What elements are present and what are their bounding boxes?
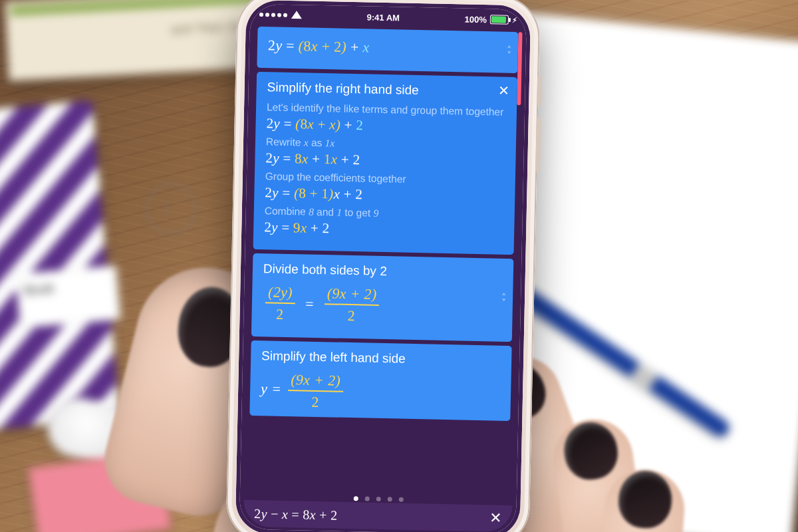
battery-percent: 100% — [465, 14, 487, 25]
status-time: 9:41 AM — [366, 12, 400, 23]
substep-equation: 2y = (8x + x) + 2 — [266, 114, 505, 137]
problem-bar[interactable]: 2y − x = 8x + 2 ✕ — [243, 500, 513, 532]
pager-dot[interactable] — [387, 497, 392, 501]
step-card-divide[interactable]: Divide both sides by 2 (2y) 2 = (9x + 2)… — [251, 253, 514, 341]
equation-simplify-lhs: y = (9x + 2) 2 — [261, 370, 501, 416]
power-ring-mark — [145, 184, 197, 235]
problem-equation: 2y − x = 8x + 2 — [254, 505, 338, 524]
expand-chevron-icon[interactable]: ˄˅ — [507, 47, 511, 58]
step-card-simplify-lhs[interactable]: Simplify the left hand side y = (9x + 2)… — [249, 340, 511, 420]
substep-equation: 2y = 9x + 2 — [264, 218, 503, 241]
battery-icon — [490, 15, 509, 25]
substep-equation: 2y = (8 + 1)x + 2 — [265, 184, 504, 206]
pager-dot[interactable] — [364, 496, 369, 501]
equation-divide: (2y) 2 = (9x + 2) 2 — [262, 283, 502, 329]
charging-bolt-icon: ⚡︎ — [512, 15, 517, 24]
notebook-label: Book — [23, 281, 55, 299]
step-card-simplify-rhs: Simplify the right hand side ✕ Let's ide… — [253, 71, 518, 254]
collapse-step-button[interactable]: ✕ — [497, 83, 509, 96]
pager-dot[interactable] — [398, 497, 403, 502]
solution-steps-scroll[interactable]: 2y = (8x + 2) + x ˄˅ Simplify the right … — [248, 27, 518, 493]
pager-dot[interactable] — [353, 496, 358, 501]
step-title: Simplify the right hand side — [267, 80, 506, 100]
step-card-original[interactable]: 2y = (8x + 2) + x ˄˅ — [257, 27, 518, 73]
divide-title: Divide both sides by 2 — [263, 261, 503, 281]
expand-chevron-icon[interactable]: ˄˅ — [501, 295, 506, 305]
dismiss-problem-button[interactable]: ✕ — [489, 509, 502, 527]
wifi-icon — [291, 11, 302, 19]
pager-dot[interactable] — [376, 497, 380, 501]
volume-up-button[interactable] — [537, 75, 542, 106]
app-screen: 9:41 AM 100% ⚡︎ 2y = (8x + 2) + x ˄˅ Sim… — [239, 4, 527, 532]
equation-original: 2y = (8x + 2) + x — [268, 36, 507, 59]
substep-equation: 2y = 8x + 1x + 2 — [265, 149, 505, 172]
ios-status-bar: 9:41 AM 100% ⚡︎ — [250, 4, 527, 29]
iphone-device: 9:41 AM 100% ⚡︎ 2y = (8x + 2) + x ˄˅ Sim… — [225, 0, 540, 532]
simplify-lhs-title: Simplify the left hand side — [261, 348, 501, 368]
signal-dots-icon — [259, 13, 287, 17]
